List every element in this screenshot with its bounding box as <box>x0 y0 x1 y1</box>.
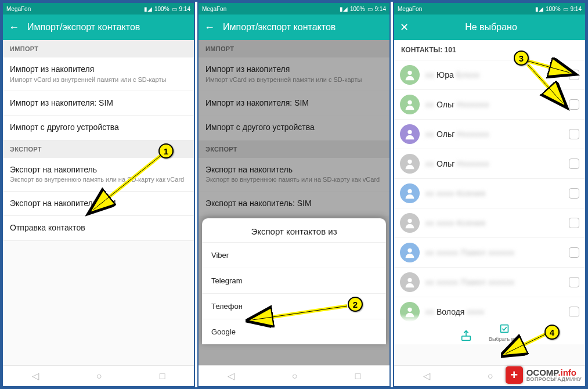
marker-2: 2 <box>348 297 363 312</box>
nav-recent-icon[interactable]: □ <box>355 371 361 381</box>
checkbox[interactable] <box>569 277 579 287</box>
page-title: Импорт/экспорт контактов <box>27 22 140 33</box>
svg-rect-10 <box>500 325 508 333</box>
contact-row[interactable]: xxхххх-Ксения <box>394 208 585 238</box>
share-button[interactable] <box>460 329 472 342</box>
carrier-label: MegaFon <box>6 6 31 12</box>
avatar <box>400 272 420 292</box>
back-arrow-icon[interactable]: ← <box>9 21 19 34</box>
item-label: Экспорт на накопитель <box>10 165 187 175</box>
contact-row[interactable]: xxОльгНхххххх <box>394 120 585 149</box>
avatar <box>400 243 420 262</box>
item-send-contacts[interactable]: Отправка контактов <box>3 216 194 241</box>
checkbox[interactable] <box>569 129 579 139</box>
contact-row[interactable]: xxЮраБлххх <box>394 60 585 90</box>
svg-point-1 <box>407 100 412 105</box>
sheet-option-viber[interactable]: Viber <box>202 242 386 268</box>
checkbox[interactable] <box>569 188 579 199</box>
contact-name: xxххххх Павел хххххх <box>425 248 563 257</box>
app-bar: ← Импорт/экспорт контактов <box>199 15 389 40</box>
sheet-title: Экспорт контактов из <box>202 218 386 242</box>
status-bar: MegaFon ▮◢ 100% ▭ 9:14 <box>3 3 194 15</box>
clock: 9:14 <box>179 6 190 12</box>
contact-row[interactable]: xxххххх Павел хххххх <box>394 238 585 268</box>
battery-label: 100% <box>350 6 365 12</box>
contact-row[interactable]: xxОльгНхххххх <box>394 149 585 179</box>
item-export-storage[interactable]: Экспорт на накопитель Экспорт во внутрен… <box>3 158 194 192</box>
sheet-option-telegram[interactable]: Telegram <box>202 268 386 293</box>
item-sub: Импорт vCard из внутренней памяти или с … <box>10 75 187 84</box>
svg-point-3 <box>407 160 412 164</box>
select-all-button[interactable]: Выбрать все <box>489 322 520 342</box>
contacts-list: xxЮраБлхххxxОльгНххххххxxОльгНххххххxxОл… <box>394 60 585 327</box>
item-label: Импорт с другого устройства <box>10 123 187 133</box>
select-all-label: Выбрать все <box>489 336 520 342</box>
status-bar: MegaFon ▮◢ 100% ▭ 9:14 <box>199 3 389 15</box>
contact-name: xxОльгНхххххх <box>425 159 563 168</box>
contact-name: xxхххх-Ксения <box>425 218 563 228</box>
share-icon <box>460 329 472 342</box>
contact-row[interactable]: xxххххх Павел хххххх <box>394 268 585 297</box>
item-export-sim[interactable]: Экспорт на накопитель: SIM <box>3 192 194 217</box>
checkbox[interactable] <box>569 70 579 80</box>
item-import-device[interactable]: Импорт с другого устройства <box>3 116 194 141</box>
screen-2: MegaFon ▮◢ 100% ▭ 9:14 ← Импорт/экспорт … <box>197 2 391 387</box>
avatar <box>400 213 420 233</box>
app-bar: ✕ Не выбрано <box>394 15 585 40</box>
checkbox[interactable] <box>569 247 579 258</box>
select-all-icon <box>498 322 511 335</box>
marker-4: 4 <box>544 325 560 340</box>
item-label: Импорт из накопителя: SIM <box>10 98 187 109</box>
app-bar: ← Импорт/экспорт контактов <box>3 15 194 40</box>
contact-row[interactable]: xxОльгНхххххх <box>394 90 585 120</box>
content-area: ИМПОРТ Импорт из накопителя Импорт vCard… <box>199 40 389 365</box>
section-import: ИМПОРТ <box>3 40 194 57</box>
watermark: + OCOMP.info ВОПРОСЫ АДМИНУ <box>506 366 582 384</box>
item-label: Отправка контактов <box>10 223 187 233</box>
contact-name: xxОльгНхххххх <box>425 129 563 139</box>
battery-label: 100% <box>154 6 169 12</box>
android-navbar: ◁ ○ □ <box>3 365 194 386</box>
nav-home-icon[interactable]: ○ <box>96 371 102 381</box>
nav-home-icon[interactable]: ○ <box>292 371 298 381</box>
nav-home-icon[interactable]: ○ <box>488 371 493 381</box>
signal-icon: ▮◢ <box>144 6 152 12</box>
item-sub: Экспорт во внутреннюю память или на SD-к… <box>10 175 187 183</box>
nav-back-icon[interactable]: ◁ <box>423 370 430 381</box>
avatar <box>400 154 420 174</box>
content-area: КОНТАКТЫ: 101 xxЮраБлхххxxОльгНххххххxxО… <box>394 40 585 365</box>
carrier-label: MegaFon <box>202 6 226 12</box>
avatar <box>400 65 420 85</box>
nav-back-icon[interactable]: ◁ <box>228 370 235 381</box>
contact-name: xxххххх Павел хххххх <box>425 278 563 287</box>
svg-point-5 <box>407 219 412 223</box>
battery-label: 100% <box>546 6 561 12</box>
wm-sub: ВОПРОСЫ АДМИНУ <box>526 377 582 382</box>
battery-icon: ▭ <box>563 6 568 12</box>
item-import-sim[interactable]: Импорт из накопителя: SIM <box>3 91 194 116</box>
battery-icon: ▭ <box>172 6 177 12</box>
checkbox[interactable] <box>569 99 579 110</box>
svg-point-6 <box>407 248 412 253</box>
export-from-sheet: Экспорт контактов из Viber Telegram Теле… <box>202 218 386 344</box>
screen-1: MegaFon ▮◢ 100% ▭ 9:14 ← Импорт/экспорт … <box>2 2 195 387</box>
contact-name: xxОльгНхххххх <box>425 100 563 109</box>
svg-point-2 <box>407 130 412 134</box>
sheet-option-google[interactable]: Google <box>202 319 386 344</box>
svg-rect-9 <box>462 336 471 340</box>
item-import-storage[interactable]: Импорт из накопителя Импорт vCard из вну… <box>3 57 194 91</box>
marker-1: 1 <box>158 143 174 159</box>
svg-point-7 <box>407 278 412 282</box>
back-arrow-icon[interactable]: ← <box>204 21 215 34</box>
nav-recent-icon[interactable]: □ <box>160 371 165 381</box>
signal-icon: ▮◢ <box>340 6 348 12</box>
page-title: Импорт/экспорт контактов <box>223 22 336 33</box>
status-bar: MegaFon ▮◢ 100% ▭ 9:14 <box>394 3 585 15</box>
svg-point-8 <box>407 308 412 312</box>
nav-back-icon[interactable]: ◁ <box>32 370 39 381</box>
checkbox[interactable] <box>569 218 579 228</box>
contact-row[interactable]: xxхххх-Ксения <box>394 179 585 208</box>
item-label: Импорт из накопителя <box>10 64 187 75</box>
item-label: Экспорт на накопитель: SIM <box>10 199 187 209</box>
checkbox[interactable] <box>569 159 579 169</box>
